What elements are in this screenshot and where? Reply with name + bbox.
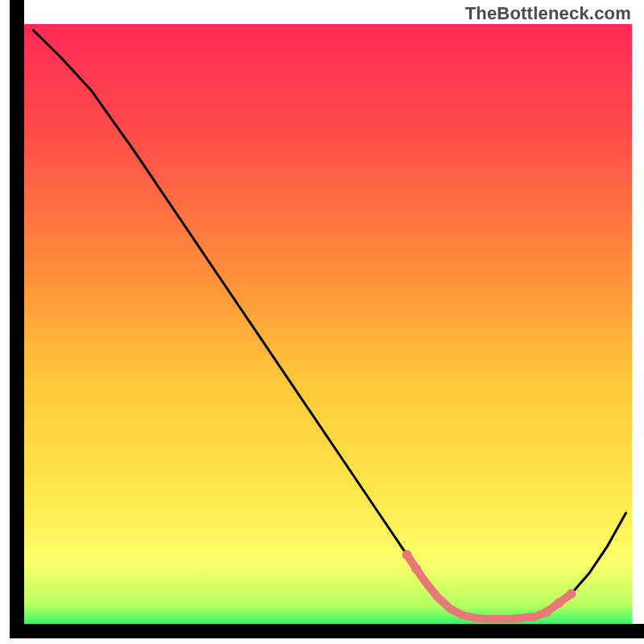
sweet-spot-dot <box>567 589 576 599</box>
plot-gradient-area <box>24 24 632 624</box>
sweet-spot-dot <box>554 598 564 608</box>
sweet-spot-dot <box>411 564 421 574</box>
x-axis <box>10 624 644 638</box>
sweet-spot-dot <box>402 550 412 559</box>
y-axis <box>10 0 24 636</box>
sweet-spot-dot <box>542 607 551 617</box>
bottleneck-chart <box>0 0 644 644</box>
